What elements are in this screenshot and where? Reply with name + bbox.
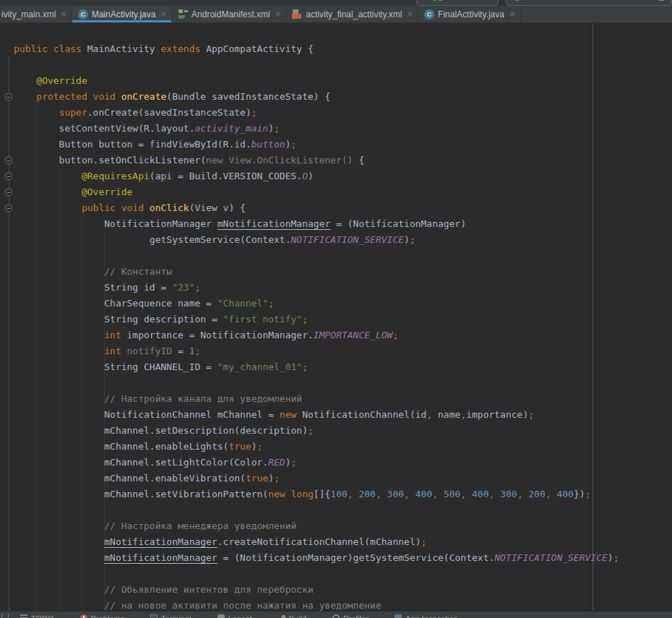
code-line[interactable]: public void onClick(View v) { [14, 200, 619, 216]
code-line[interactable]: @Override [14, 73, 619, 89]
code-area[interactable]: public class MainActivity extends AppCom… [14, 41, 619, 614]
code-line[interactable]: // Обьявление интентов для переброски [14, 582, 619, 598]
toolwindow-button-todo[interactable]: TODO [20, 611, 54, 618]
code-token: []{ [314, 489, 330, 499]
code-token: 100 [330, 489, 347, 499]
code-line[interactable]: int notifyID = 1; [14, 343, 619, 359]
code-token: NOTIFICATION_SERVICE [494, 552, 608, 563]
code-token: , [404, 489, 410, 499]
code-token: extends [161, 43, 207, 54]
code-token: ) [285, 139, 291, 150]
code-line[interactable]: mChannel.setLightColor(Color.RED); [14, 455, 619, 471]
code-token: // Настройка менеджера уведомлений [14, 520, 296, 531]
toolwindow-button-build[interactable]: Build [278, 611, 306, 618]
close-icon[interactable]: × [509, 9, 515, 19]
code-token: @Override [82, 186, 132, 197]
code-line[interactable]: // Константы [14, 264, 619, 280]
code-line[interactable] [14, 248, 619, 264]
code-line[interactable]: mNotificationManager.createNotificationC… [14, 534, 619, 550]
code-line[interactable]: getSystemService(Context.NOTIFICATION_SE… [14, 232, 619, 248]
code-token: protected void [36, 91, 121, 102]
editor-tab-finalacttivity-java[interactable]: CFinalActtivity.java× [418, 6, 520, 22]
fold-marker[interactable] [5, 173, 12, 180]
toolwindow-bar: TODOProblemsTerminalLogcatBuildProfilerA… [0, 611, 672, 618]
code-token [14, 330, 104, 340]
code-line[interactable]: int importance = NotificationManager.IMP… [14, 327, 619, 343]
code-token: ; [291, 457, 297, 468]
code-line[interactable]: protected void onCreate(Bundle savedInst… [14, 89, 619, 105]
code-token: importance = NotificationManager. [127, 330, 314, 340]
code-line[interactable]: String id = "23"; [14, 280, 619, 296]
fold-marker[interactable] [5, 205, 12, 212]
toolwindow-button-problems[interactable]: Problems [80, 611, 124, 618]
editor-tab-activity-final-acttivity-xml[interactable]: activity_final_acttivity.xml× [286, 6, 418, 22]
code-line[interactable]: mChannel.setVibrationPattern(new long[]{… [14, 486, 619, 502]
code-token: ) [285, 457, 291, 468]
code-token: , [376, 489, 382, 499]
code-token: 400 [472, 489, 488, 499]
code-line[interactable] [14, 502, 619, 518]
toolwindow-label: Profiler [343, 613, 369, 618]
fold-marker[interactable] [5, 157, 12, 164]
code-token: ; [585, 489, 591, 499]
code-token: button [251, 139, 285, 150]
close-icon[interactable]: × [160, 9, 166, 19]
code-line[interactable]: String description = "first notify"; [14, 312, 619, 327]
code-line[interactable]: String CHANNEL_ID = "my_channel_01"; [14, 359, 619, 375]
code-editor[interactable]: public class MainActivity extends AppCom… [0, 23, 672, 618]
profiler-icon [332, 614, 340, 618]
code-line[interactable]: button.setOnClickListener(new View.OnCli… [14, 153, 619, 168]
code-token: NotificationChannel(id [302, 409, 426, 420]
code-token: , [546, 489, 551, 499]
code-line[interactable]: NotificationChannel mChannel = new Notif… [14, 407, 619, 423]
code-token: ) [308, 171, 314, 181]
close-icon[interactable]: × [275, 9, 281, 19]
code-line[interactable]: mChannel.enableLights(true); [14, 439, 619, 455]
code-token: public void [82, 202, 150, 213]
code-token: "23" [172, 282, 194, 293]
code-line[interactable]: setContentView(R.layout.activity_main); [14, 121, 619, 137]
code-line[interactable] [14, 566, 619, 582]
code-token: AppCompatActivity { [206, 43, 314, 54]
code-line[interactable] [14, 57, 619, 73]
code-line[interactable]: public class MainActivity extends AppCom… [14, 41, 619, 57]
fold-marker[interactable] [5, 93, 12, 100]
editor-tab-mainactivity-java[interactable]: CMainActivity.java× [72, 6, 172, 22]
code-line[interactable]: NotificationManager mNotificationManager… [14, 216, 619, 232]
close-icon[interactable]: × [61, 9, 66, 19]
code-line[interactable]: @Override [14, 184, 619, 200]
code-line[interactable] [14, 375, 619, 391]
editor-tab-ivity-main-xml[interactable]: ivity_main.xml× [0, 6, 72, 22]
code-token: .onCreate(savedInstanceState) [87, 107, 251, 118]
code-line[interactable]: mChannel.enableVibration(true); [14, 471, 619, 486]
code-token: ; [421, 536, 427, 547]
toolwindow-button-profiler[interactable]: Profiler [332, 611, 369, 618]
code-line[interactable]: mChannel.setDescription(description); [14, 423, 619, 439]
fold-marker[interactable] [5, 189, 12, 196]
code-token: (api = Build.VERSION_CODES. [150, 171, 302, 181]
code-line[interactable]: // Настройка канала для уведомлений [14, 391, 619, 407]
code-token: notifyID [127, 346, 173, 356]
code-token: { [358, 155, 364, 166]
code-line[interactable]: Button button = findViewById(R.id.button… [14, 137, 619, 153]
code-token: ; [274, 473, 280, 484]
editor-tab-androidmanifest-xml[interactable]: MFAndroidManifest.xml× [172, 6, 286, 22]
code-token: int [104, 346, 126, 356]
code-line[interactable]: @RequiresApi(api = Build.VERSION_CODES.O… [14, 168, 619, 184]
close-icon[interactable]: × [408, 9, 413, 19]
code-line[interactable]: mNotificationManager = (NotificationMana… [14, 550, 619, 566]
code-token: ; [302, 361, 308, 372]
code-token: true [246, 473, 268, 484]
toolwindow-button-terminal[interactable]: Terminal [150, 611, 191, 618]
code-line[interactable]: CharSequence name = "Channel"; [14, 296, 619, 312]
toolwindow-button-app-inspection[interactable]: App Inspection [395, 611, 458, 618]
code-line[interactable]: // Настройка менеджера уведомлений [14, 518, 619, 534]
problems-icon [80, 614, 87, 618]
toolwindow-label: Build [289, 613, 306, 618]
code-token: NotificationManager [14, 218, 217, 229]
code-token: ; [268, 298, 274, 309]
code-token: onCreate [121, 91, 167, 102]
toolwindow-button-logcat[interactable]: Logcat [217, 611, 252, 618]
code-line[interactable]: super.onCreate(savedInstanceState); [14, 105, 619, 121]
code-token: name [432, 409, 460, 420]
